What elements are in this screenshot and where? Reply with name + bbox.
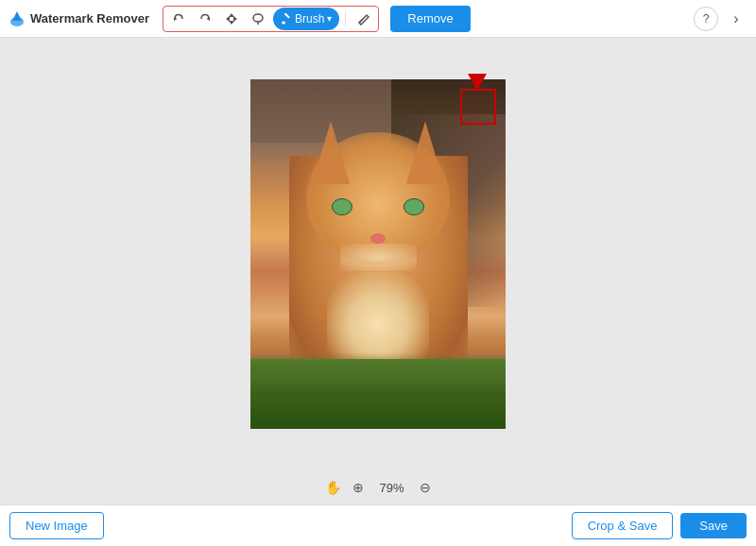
zoom-bar: ✋ ⊕ 79% ⊖ [0, 470, 756, 504]
svg-rect-10 [284, 13, 290, 19]
redo-button[interactable] [194, 8, 216, 30]
crop-save-button[interactable]: Crop & Save [572, 512, 674, 539]
hand-tool-icon[interactable]: ✋ [325, 480, 341, 495]
undo-icon [172, 12, 185, 26]
main-canvas-area [0, 38, 756, 470]
eraser-icon [356, 12, 369, 26]
app-title: Watermark Remover [30, 11, 149, 26]
svg-marker-12 [359, 15, 369, 25]
brush-button[interactable]: Brush ▾ [273, 8, 339, 30]
more-button[interactable]: › [724, 7, 748, 31]
header-right: ? › [694, 7, 748, 31]
remove-button[interactable]: Remove [390, 6, 470, 32]
brush-icon [281, 13, 292, 25]
app-logo-icon [8, 9, 26, 28]
undo-button[interactable] [167, 8, 190, 30]
lasso-button[interactable] [247, 8, 269, 30]
image-container [250, 79, 506, 429]
lasso-icon [251, 12, 265, 26]
eraser-button[interactable] [352, 8, 374, 30]
svg-point-11 [282, 21, 285, 24]
redo-icon [198, 12, 212, 26]
footer: New Image Crop & Save Save [0, 504, 756, 546]
svg-marker-1 [12, 11, 22, 21]
brush-dropdown-arrow: ▾ [327, 13, 332, 24]
svg-marker-6 [226, 16, 230, 22]
svg-point-8 [253, 14, 263, 22]
transform-button[interactable] [220, 8, 243, 30]
header-toolbar: Watermark Remover [0, 0, 756, 38]
help-button[interactable]: ? [694, 7, 718, 31]
new-image-button[interactable]: New Image [9, 512, 104, 539]
toolbar-separator [345, 11, 346, 26]
transform-icon [225, 12, 238, 26]
zoom-out-icon[interactable]: ⊖ [420, 480, 431, 495]
zoom-in-icon[interactable]: ⊕ [352, 480, 364, 495]
svg-line-13 [359, 19, 363, 23]
svg-marker-7 [233, 16, 237, 22]
toolbar-tools-group: Brush ▾ [163, 6, 379, 32]
cat-image[interactable] [250, 79, 506, 429]
save-button[interactable]: Save [680, 513, 747, 538]
app-logo: Watermark Remover [8, 9, 149, 28]
zoom-level: 79% [375, 481, 408, 495]
